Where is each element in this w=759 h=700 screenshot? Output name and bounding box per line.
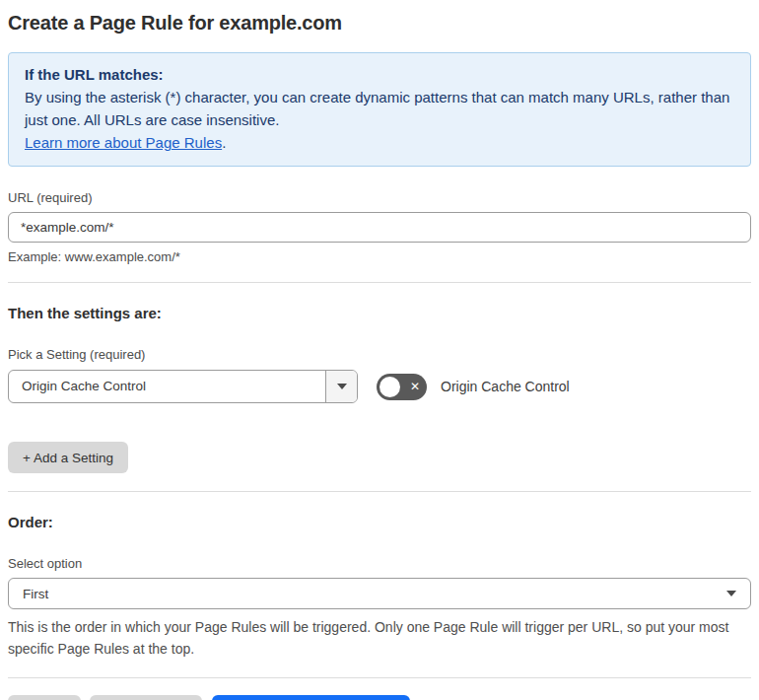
url-label: URL (required) (8, 190, 751, 205)
settings-section-heading: Then the settings are: (8, 304, 751, 323)
info-box-heading: If the URL matches: (25, 63, 734, 86)
setting-select[interactable]: Origin Cache Control (8, 370, 358, 403)
url-field-group: URL (required) Example: www.example.com/… (8, 190, 751, 264)
setting-row: Origin Cache Control ✕ Origin Cache Cont… (8, 370, 751, 403)
add-setting-button[interactable]: + Add a Setting (8, 442, 128, 473)
order-select-value: First (23, 587, 48, 601)
footer-divider (8, 677, 751, 678)
info-box-body: By using the asterisk (*) character, you… (25, 86, 734, 131)
toggle-label: Origin Cache Control (441, 379, 570, 394)
chevron-down-icon (337, 384, 347, 389)
url-input[interactable] (8, 212, 751, 243)
info-box-link-line: Learn more about Page Rules. (25, 131, 734, 154)
chevron-down-icon (726, 591, 736, 596)
pick-setting-label: Pick a Setting (required) (8, 347, 751, 362)
section-divider (8, 282, 751, 283)
link-suffix-period: . (222, 134, 226, 151)
setting-select-arrow-button[interactable] (325, 371, 357, 402)
section-divider (8, 491, 751, 492)
toggle-knob (380, 377, 400, 397)
cancel-button[interactable]: Cancel (8, 695, 81, 700)
setting-select-value: Origin Cache Control (9, 371, 325, 402)
origin-cache-control-toggle[interactable]: ✕ (377, 374, 427, 400)
footer-actions: Cancel Save as Draft Save and Deploy Pag… (8, 695, 751, 700)
order-select[interactable]: First (8, 578, 751, 609)
url-match-info-box: If the URL matches: By using the asteris… (8, 52, 751, 167)
order-help-text: This is the order in which your Page Rul… (8, 616, 751, 660)
save-and-deploy-button[interactable]: Save and Deploy Page Rule (212, 695, 411, 700)
learn-more-link[interactable]: Learn more about Page Rules (25, 134, 222, 151)
page-title: Create a Page Rule for example.com (8, 10, 751, 35)
save-as-draft-button[interactable]: Save as Draft (90, 695, 202, 700)
order-section-heading: Order: (8, 513, 751, 532)
url-example-hint: Example: www.example.com/* (8, 249, 751, 264)
order-select-label: Select option (8, 556, 751, 571)
toggle-off-x-icon: ✕ (410, 374, 420, 400)
create-page-rule-form: Create a Page Rule for example.com If th… (0, 0, 759, 700)
